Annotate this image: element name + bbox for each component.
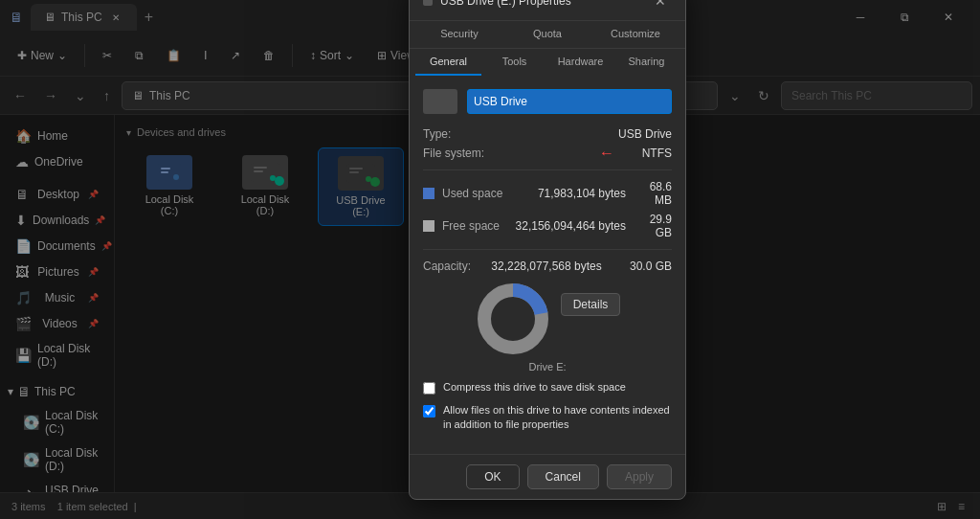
type-label: Type: [423,127,451,141]
dialog-tab-tools[interactable]: Tools [481,49,547,76]
drive-name-input[interactable] [467,89,672,114]
dialog-divider-1 [423,169,672,170]
dialog-tab-sharing[interactable]: Sharing [613,49,679,76]
dialog-capacity-row: Capacity: 32,228,077,568 bytes 30.0 GB [423,260,672,273]
used-space-color [423,188,434,199]
dialog-footer: OK Cancel Apply [410,454,685,499]
dialog-filesystem-row: File system: NTFS ← [423,147,672,160]
drive-label-chart: Drive E: [528,361,566,372]
capacity-size: 30.0 GB [630,260,672,273]
dialog-divider-2 [423,249,672,250]
index-checkbox[interactable] [423,405,435,417]
used-space-row: Used space 71,983,104 bytes 68.6 MB [423,180,672,207]
filesystem-value: NTFS [642,147,672,160]
dialog-overlay: USB Drive (E:) Properties ✕ Security Quo… [0,0,980,519]
type-value: USB Drive [618,127,672,141]
free-space-size: 29.9 GB [634,213,672,239]
compress-checkbox[interactable] [423,382,435,395]
donut-chart-container: Details Drive E: [423,281,672,372]
used-space-label: Used space [442,187,530,200]
details-button[interactable]: Details [561,293,621,316]
index-checkbox-row: Allow files on this drive to have conten… [423,403,672,433]
free-space-bytes: 32,156,094,464 bytes [516,219,626,233]
capacity-bytes: 32,228,077,568 bytes [491,260,601,273]
filesystem-label: File system: [423,147,484,160]
compress-checkbox-row: Compress this drive to save disk space [423,380,672,395]
compress-label: Compress this drive to save disk space [443,380,626,395]
dialog-type-row: Type: USB Drive [423,127,672,141]
used-space-size: 68.6 MB [634,180,672,207]
properties-dialog: USB Drive (E:) Properties ✕ Security Quo… [409,0,686,500]
dialog-close-button[interactable]: ✕ [649,0,672,11]
dialog-drive-row [423,89,672,114]
arrow-annotation: ← [599,145,614,162]
ok-button[interactable]: OK [466,464,519,489]
free-space-label: Free space [442,219,508,233]
dialog-tab-security[interactable]: Security [415,21,503,48]
dialog-title-text: USB Drive (E:) Properties [440,0,641,8]
dialog-tabs-row1: Security Quota Customize [410,21,685,49]
donut-chart [475,281,551,357]
dialog-tab-customize[interactable]: Customize [591,21,679,48]
dialog-title-icon [423,0,433,6]
capacity-label: Capacity: [423,260,471,273]
dialog-drive-icon [423,89,457,114]
apply-button[interactable]: Apply [607,464,672,489]
used-space-bytes: 71,983,104 bytes [538,187,626,200]
free-space-row: Free space 32,156,094,464 bytes 29.9 GB [423,213,672,239]
dialog-title-bar: USB Drive (E:) Properties ✕ [410,0,685,21]
index-label: Allow files on this drive to have conten… [443,403,672,433]
free-space-color [423,220,434,232]
dialog-tab-quota[interactable]: Quota [503,21,591,48]
cancel-button[interactable]: Cancel [527,464,599,489]
dialog-tab-general[interactable]: General [415,49,481,76]
dialog-body: Type: USB Drive File system: NTFS ← Used… [410,76,685,453]
dialog-tabs-row2: General Tools Hardware Sharing [410,49,685,76]
dialog-tab-hardware[interactable]: Hardware [547,49,613,76]
